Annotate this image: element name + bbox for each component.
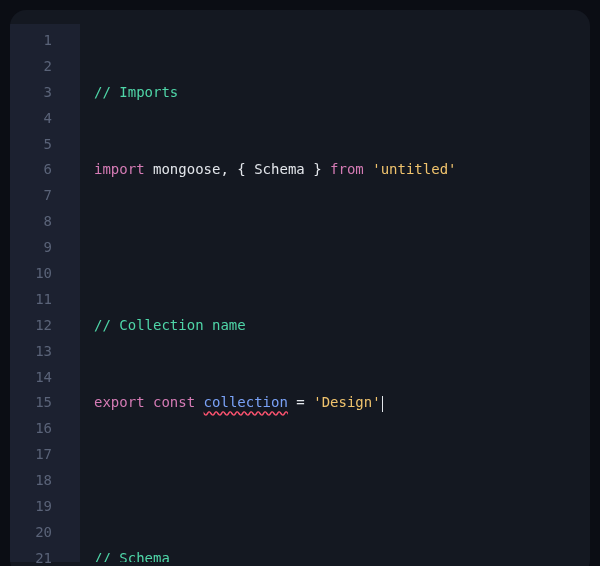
comment: // Schema xyxy=(94,550,170,562)
keyword-import: import xyxy=(94,161,145,177)
punctuation: , { xyxy=(220,161,254,177)
string-quote: ' xyxy=(372,394,380,410)
line-number: 2 xyxy=(10,54,80,80)
line-number: 6 xyxy=(10,157,80,183)
string-quote: ' xyxy=(448,161,456,177)
keyword-const: const xyxy=(153,394,195,410)
line-number: 17 xyxy=(10,442,80,468)
comment: // Collection name xyxy=(94,317,246,333)
line-number: 10 xyxy=(10,261,80,287)
keyword-export: export xyxy=(94,394,145,410)
line-number: 16 xyxy=(10,416,80,442)
line-number: 20 xyxy=(10,520,80,546)
line-number: 4 xyxy=(10,106,80,132)
line-number: 3 xyxy=(10,80,80,106)
code-line: // Collection name xyxy=(94,313,580,339)
code-editor: 1 2 3 4 5 6 7 8 9 10 11 12 13 14 15 16 1… xyxy=(10,10,590,566)
code-line: import mongoose, { Schema } from 'untitl… xyxy=(94,157,580,183)
line-number: 21 xyxy=(10,546,80,566)
string-quote: ' xyxy=(313,394,321,410)
line-number: 7 xyxy=(10,183,80,209)
identifier: mongoose xyxy=(153,161,220,177)
string: untitled xyxy=(381,161,448,177)
line-number: 9 xyxy=(10,235,80,261)
code-line: // Imports xyxy=(94,80,580,106)
code-line: export const collection = 'Design' xyxy=(94,390,580,416)
punctuation: = xyxy=(288,394,313,410)
line-number: 14 xyxy=(10,365,80,391)
identifier: Schema xyxy=(254,161,305,177)
keyword-from: from xyxy=(330,161,364,177)
punctuation: } xyxy=(305,161,330,177)
code-line-empty xyxy=(94,235,580,261)
line-number: 15 xyxy=(10,390,80,416)
line-number: 8 xyxy=(10,209,80,235)
code-line: // Schema xyxy=(94,546,580,562)
code-line-empty xyxy=(94,468,580,494)
string: Design xyxy=(322,394,373,410)
comment: // Imports xyxy=(94,84,178,100)
text-cursor-icon xyxy=(382,396,383,412)
line-number-gutter: 1 2 3 4 5 6 7 8 9 10 11 12 13 14 15 16 1… xyxy=(10,24,80,562)
string-quote: ' xyxy=(372,161,380,177)
line-number: 19 xyxy=(10,494,80,520)
line-number: 11 xyxy=(10,287,80,313)
line-number: 5 xyxy=(10,132,80,158)
line-number: 1 xyxy=(10,28,80,54)
identifier-error: collection xyxy=(204,394,288,410)
line-number: 12 xyxy=(10,313,80,339)
line-number: 13 xyxy=(10,339,80,365)
code-content[interactable]: // Imports import mongoose, { Schema } f… xyxy=(80,24,590,562)
line-number: 18 xyxy=(10,468,80,494)
